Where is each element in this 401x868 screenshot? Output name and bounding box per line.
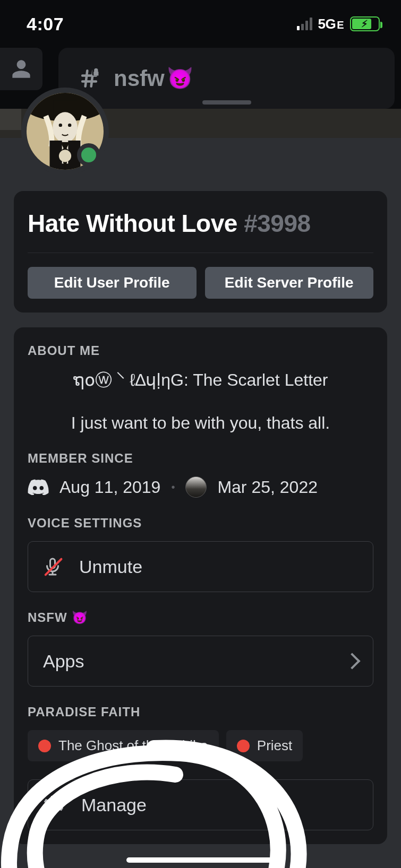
- online-status-icon: [77, 143, 100, 167]
- muted-mic-icon: [43, 557, 62, 576]
- nsfw-section-header: NSFW😈: [28, 610, 373, 625]
- roles-row: The Ghost of the Uchiha Priest: [28, 730, 373, 761]
- friends-rail-button[interactable]: [0, 48, 42, 90]
- roles-header: PARADISE FAITH: [28, 705, 373, 719]
- role-color-icon: [38, 740, 51, 752]
- devil-emoji-icon: 😈: [72, 610, 88, 625]
- svg-point-4: [53, 112, 77, 143]
- separator-dot: •: [171, 481, 175, 493]
- username: Hate Without Love #3998: [28, 209, 373, 253]
- voice-settings-header: VOICE SETTINGS: [28, 516, 373, 531]
- role-chip[interactable]: The Ghost of the Uchiha: [28, 730, 219, 761]
- edit-user-profile-button[interactable]: Edit User Profile: [28, 267, 197, 299]
- status-right: 5GE ⚡︎: [297, 16, 380, 32]
- server-icon: [185, 476, 207, 498]
- role-chip[interactable]: Priest: [226, 730, 303, 761]
- svg-point-9: [59, 150, 71, 162]
- status-time: 4:07: [27, 14, 64, 34]
- about-me-text: ຖ໐ⓦ ⸌ ℓ∆ɥḷηG: The Scarlet Letter I just …: [28, 369, 373, 433]
- devil-emoji-icon: 😈: [167, 66, 193, 91]
- info-card: ABOUT ME ຖ໐ⓦ ⸌ ℓ∆ɥḷηG: The Scarlet Lette…: [14, 327, 387, 844]
- hash-lock-icon: [78, 67, 101, 90]
- person-icon: [11, 58, 32, 80]
- unmute-button[interactable]: Unmute: [28, 541, 373, 592]
- about-me-header: ABOUT ME: [28, 343, 373, 358]
- channel-name: nsfw 😈: [114, 66, 193, 91]
- gear-icon: [43, 794, 64, 815]
- profile-card: Hate Without Love #3998 Edit User Profil…: [14, 191, 387, 313]
- role-name: The Ghost of the Uchiha: [58, 737, 208, 754]
- chevron-right-icon: [344, 653, 360, 669]
- discord-join-date: Aug 11, 2019: [59, 478, 160, 497]
- status-bar: 4:07 5GE ⚡︎: [0, 0, 401, 48]
- server-join-date: Mar 25, 2022: [217, 478, 318, 497]
- network-label: 5GE: [318, 16, 344, 32]
- edit-server-profile-button[interactable]: Edit Server Profile: [205, 267, 374, 299]
- svg-point-6: [68, 124, 71, 127]
- member-since-header: MEMBER SINCE: [28, 451, 373, 466]
- signal-icon: [297, 18, 312, 30]
- avatar[interactable]: [21, 88, 109, 175]
- apps-button[interactable]: Apps: [28, 636, 373, 687]
- discord-icon: [28, 479, 49, 495]
- svg-point-5: [59, 124, 62, 127]
- member-since-row: Aug 11, 2019 • Mar 25, 2022: [28, 476, 373, 498]
- role-color-icon: [237, 740, 250, 752]
- role-name: Priest: [257, 737, 292, 754]
- home-indicator[interactable]: [126, 857, 275, 863]
- manage-button[interactable]: Manage: [28, 779, 373, 830]
- profile-body: Hate Without Love #3998 Edit User Profil…: [0, 138, 401, 868]
- drag-handle-icon[interactable]: [202, 100, 251, 105]
- battery-icon: ⚡︎: [350, 16, 380, 31]
- channel-header[interactable]: nsfw 😈: [58, 48, 395, 109]
